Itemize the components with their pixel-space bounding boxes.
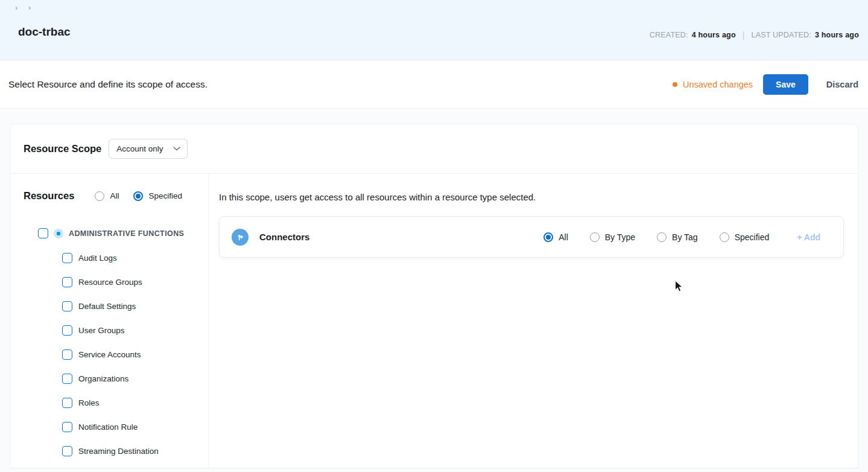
resource-scope-select[interactable]: Account only: [109, 139, 188, 159]
created-value: 4 hours ago: [692, 31, 736, 39]
resources-mode-option[interactable]: All: [95, 191, 119, 201]
resource-type-item[interactable]: Audit Logs: [10, 246, 208, 270]
scope-note: In this scope, users get access to all r…: [219, 192, 844, 202]
resource-label[interactable]: Audit Logs: [78, 254, 117, 263]
radio-label[interactable]: By Tag: [672, 232, 698, 242]
resource-checkbox[interactable]: [62, 349, 72, 360]
resource-type-item[interactable]: User Groups: [10, 318, 208, 342]
resource-checkbox[interactable]: [62, 398, 72, 408]
radio-icon[interactable]: [95, 191, 104, 201]
group-label: ADMINISTRATIVE FUNCTIONS: [69, 229, 184, 238]
resource-checkbox[interactable]: [62, 422, 72, 432]
page: ›› doc-trbac CREATED: 4 hours ago | LAST…: [0, 0, 868, 472]
resource-label[interactable]: Roles: [78, 398, 100, 407]
resource-label[interactable]: Notification Rule: [78, 423, 138, 432]
resource-label[interactable]: Default Settings: [78, 302, 136, 311]
group-collapse-icon[interactable]: [54, 229, 63, 238]
resource-checkbox[interactable]: [62, 253, 72, 263]
action-toolbar: Select Resource and define its scope of …: [0, 60, 868, 109]
chevron-down-icon: [173, 147, 180, 151]
resource-type-item[interactable]: Notification Rule: [10, 415, 208, 439]
resource-type-item[interactable]: Organizations: [10, 366, 208, 391]
resource-scope-row: Resource Scope Account only: [10, 124, 858, 174]
radio-label[interactable]: All: [110, 191, 119, 200]
toolbar-actions: Unsaved changes Save Discard: [673, 74, 858, 95]
resource-scope-value: Account only: [116, 144, 163, 153]
unsaved-dot-icon: [673, 82, 677, 87]
breadcrumb-separator: ›: [28, 4, 31, 12]
resource-label[interactable]: User Groups: [78, 326, 125, 335]
toolbar-description: Select Resource and define its scope of …: [8, 79, 207, 90]
resource-checkbox[interactable]: [62, 277, 72, 287]
radio-icon[interactable]: [590, 232, 600, 242]
resources-mode-radio-group: All Specified: [95, 191, 182, 201]
breadcrumb: ››: [0, 0, 868, 12]
resource-type-tree: ADMINISTRATIVE FUNCTIONS Audit Logs Reso…: [10, 228, 208, 463]
resource-row-name: Connectors: [259, 232, 309, 242]
scope-detail-panel: In this scope, users get access to all r…: [209, 174, 858, 468]
radio-label[interactable]: Specified: [735, 232, 770, 242]
resource-type-item[interactable]: Streaming Destination: [10, 439, 208, 463]
unsaved-changes-label: Unsaved changes: [683, 80, 753, 89]
resource-label[interactable]: Organizations: [78, 374, 128, 383]
resource-label[interactable]: Resource Groups: [78, 278, 142, 287]
resource-type-item[interactable]: Default Settings: [10, 294, 208, 318]
radio-icon[interactable]: [720, 232, 729, 242]
access-option[interactable]: By Tag: [657, 232, 698, 242]
tree-group-row[interactable]: ADMINISTRATIVE FUNCTIONS: [10, 228, 208, 238]
connectors-branch-icon: [232, 229, 249, 246]
group-checkbox[interactable]: [38, 228, 48, 238]
resource-type-item[interactable]: Resource Groups: [10, 270, 208, 294]
resource-type-list: Audit Logs Resource Groups Default Setti…: [10, 246, 208, 463]
access-option[interactable]: All: [543, 232, 568, 242]
resource-label[interactable]: Streaming Destination: [78, 447, 159, 456]
page-title: doc-trbac: [18, 25, 71, 39]
header-meta: CREATED: 4 hours ago | LAST UPDATED: 3 h…: [650, 30, 859, 40]
meta-divider: |: [743, 30, 745, 40]
radio-icon[interactable]: [133, 191, 143, 201]
updated-value: 3 hours ago: [815, 31, 859, 39]
updated-label: LAST UPDATED:: [752, 31, 811, 39]
add-button[interactable]: + Add: [797, 232, 820, 242]
resources-panel-header: Resources All Specified: [10, 174, 208, 202]
resource-label[interactable]: Service Accounts: [78, 350, 141, 359]
radio-icon[interactable]: [543, 232, 553, 242]
resource-checkbox[interactable]: [62, 446, 72, 456]
discard-button[interactable]: Discard: [826, 80, 858, 89]
radio-label[interactable]: Specified: [148, 191, 182, 200]
resource-checkbox[interactable]: [62, 325, 72, 336]
access-option[interactable]: By Type: [590, 232, 635, 242]
access-option[interactable]: Specified: [720, 232, 770, 242]
page-header: ›› doc-trbac CREATED: 4 hours ago | LAST…: [0, 0, 868, 60]
save-button[interactable]: Save: [763, 74, 808, 95]
breadcrumb-separator: ›: [15, 4, 17, 12]
radio-label[interactable]: All: [559, 232, 568, 242]
connectors-resource-row: Connectors All By Type By: [219, 216, 844, 258]
resource-checkbox[interactable]: [62, 301, 72, 311]
resource-checkbox[interactable]: [62, 374, 72, 384]
resource-type-item[interactable]: Roles: [10, 391, 208, 415]
resource-scope-label: Resource Scope: [24, 143, 101, 155]
card-columns: Resources All Specified: [10, 174, 858, 468]
resource-type-item[interactable]: Service Accounts: [10, 342, 208, 366]
resources-panel: Resources All Specified: [10, 174, 209, 468]
connectors-access-radio-group: All By Type By Tag Specified: [543, 232, 769, 242]
radio-icon[interactable]: [657, 232, 667, 242]
resource-group-card: Resource Scope Account only Resources Al…: [10, 124, 858, 468]
resources-title: Resources: [24, 190, 74, 202]
resources-mode-option[interactable]: Specified: [133, 191, 182, 201]
radio-label[interactable]: By Type: [605, 232, 635, 242]
created-label: CREATED:: [650, 31, 688, 39]
